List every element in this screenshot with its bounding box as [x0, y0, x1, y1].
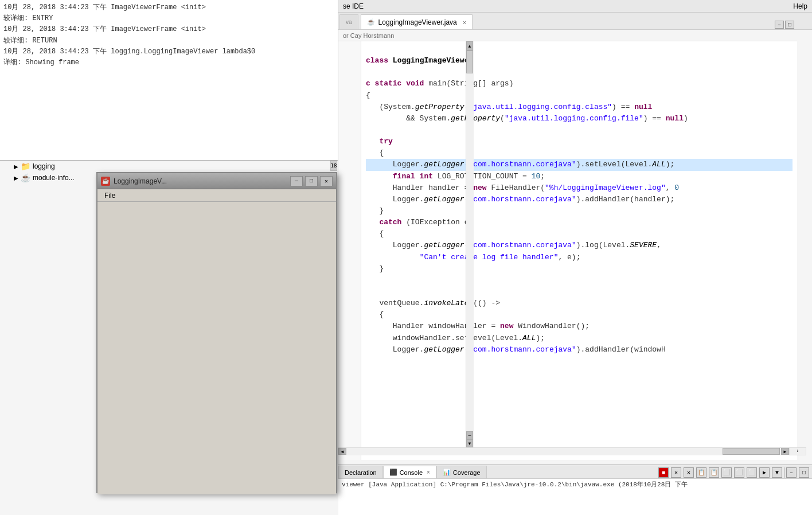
- scroll-corner: ›: [789, 447, 806, 455]
- floating-window-controls: — □ ✕: [290, 176, 333, 186]
- coverage-icon: 📊: [443, 469, 451, 476]
- console-btn-6[interactable]: ⬜: [721, 467, 732, 478]
- console-output: viewer [Java Application] C:\Program Fil…: [338, 479, 812, 503]
- scroll-thumb[interactable]: [466, 50, 473, 73]
- bottom-tab-coverage[interactable]: 📊 Coverage: [436, 466, 487, 478]
- bottom-tab-bar: Declaration ⬛ Console × 📊 Coverage ■ ✕ ✕…: [338, 465, 812, 479]
- tree-expand-icon2: ▶: [14, 175, 18, 181]
- bottom-tab-declaration[interactable]: Declaration: [338, 466, 383, 478]
- ide-title-bar: se IDE Help: [338, 0, 812, 13]
- tab-logging-image-viewer[interactable]: ☕ LoggingImageViewer.java ×: [361, 14, 473, 29]
- console-tab-label: Console: [400, 469, 423, 476]
- floating-java-window: ☕ LoggingImageV... — □ ✕ File: [96, 172, 337, 493]
- log-line-4: 较详细: RETURN: [3, 36, 334, 46]
- code-editor: class LoggingImageViewer c static void m…: [338, 41, 797, 460]
- line-numbers: [338, 41, 361, 460]
- console-icon: ⬛: [389, 469, 397, 476]
- author-text: or Cay Horstmann: [343, 32, 394, 39]
- tree-expand-icon: ▶: [14, 163, 18, 170]
- editor-tab-bar: va ☕ LoggingImageViewer.java × – □: [338, 13, 797, 30]
- tree-item-label: logging: [33, 162, 55, 170]
- tab-close-btn[interactable]: ×: [463, 19, 466, 26]
- floating-maximize-btn[interactable]: □: [305, 176, 318, 186]
- java-icon: ☕: [21, 173, 30, 182]
- console-stop-btn[interactable]: ■: [658, 467, 669, 478]
- bottom-panel: Declaration ⬛ Console × 📊 Coverage ■ ✕ ✕…: [338, 465, 812, 515]
- scroll-down-btn[interactable]: ▼: [466, 439, 473, 447]
- floating-menubar: File: [97, 189, 336, 202]
- h-scroll-thumb[interactable]: [723, 448, 780, 455]
- declaration-tab-label: Declaration: [345, 469, 377, 476]
- log-line-6: 详细: Showing frame: [3, 57, 334, 68]
- author-line: or Cay Horstmann: [338, 30, 797, 41]
- log-line-5: 10月 28, 2018 3:44:23 下午 logging.LoggingI…: [3, 46, 334, 57]
- console-text: viewer [Java Application] C:\Program Fil…: [342, 481, 688, 488]
- console-btn-5[interactable]: 📋: [709, 467, 719, 478]
- floating-title-left: ☕ LoggingImageV...: [101, 177, 167, 186]
- ide-menu-help[interactable]: Help: [793, 2, 807, 10]
- code-scrollbar-horizontal[interactable]: ◀ ▶: [338, 447, 789, 455]
- floating-minimize-btn[interactable]: —: [290, 176, 303, 186]
- scroll-right-btn[interactable]: ▶: [781, 448, 789, 455]
- console-tab-close[interactable]: ×: [427, 469, 430, 475]
- floating-close-btn[interactable]: ✕: [320, 176, 333, 186]
- console-btn-7[interactable]: ⬜: [734, 467, 744, 478]
- console-btn-8[interactable]: ⬜: [747, 467, 757, 478]
- console-btn-3[interactable]: ✕: [684, 467, 694, 478]
- floating-title-text: LoggingImageV...: [114, 177, 167, 185]
- ide-title: se IDE: [343, 2, 364, 10]
- bottom-minimize-btn[interactable]: –: [786, 467, 797, 478]
- tab-java[interactable]: va: [339, 14, 358, 29]
- tab-java-label: va: [346, 19, 352, 25]
- console-btn-9[interactable]: ▶: [759, 467, 770, 478]
- floating-menu-file[interactable]: File: [101, 190, 119, 201]
- console-btn-10[interactable]: ▼: [772, 467, 782, 478]
- console-btn-2[interactable]: ✕: [671, 467, 681, 478]
- tree-scroll-num1: 18: [330, 161, 337, 171]
- tab-maximize-btn[interactable]: □: [785, 21, 794, 29]
- log-line-2: 较详细: ENTRY: [3, 13, 334, 24]
- java-app-icon: ☕: [101, 177, 110, 186]
- floating-title-bar[interactable]: ☕ LoggingImageV... — □ ✕: [97, 173, 336, 189]
- folder-icon: 📁: [21, 162, 30, 171]
- bottom-separator: [784, 467, 784, 478]
- code-content[interactable]: class LoggingImageViewer c static void m…: [361, 41, 797, 460]
- scroll-up-btn[interactable]: ▲: [466, 41, 473, 50]
- tree-item-label2: module-info...: [33, 174, 75, 182]
- console-btn-4[interactable]: 📋: [696, 467, 706, 478]
- bottom-maximize-btn[interactable]: □: [799, 467, 809, 478]
- log-line-1: 10月 28, 2018 3:44:23 下午 ImageViewerFrame…: [3, 2, 334, 13]
- scroll-anno-marker: ─: [466, 431, 473, 439]
- bottom-tab-console[interactable]: ⬛ Console ×: [383, 466, 436, 478]
- java-file-icon: ☕: [367, 18, 375, 26]
- bottom-toolbar-right: ■ ✕ ✕ 📋 📋 ⬜ ⬜ ⬜ ▶ ▼ – □: [658, 467, 812, 478]
- tree-item-logging[interactable]: ▶ 📁 logging: [0, 161, 338, 172]
- log-line-3: 10月 28, 2018 3:44:23 下午 ImageViewerFrame…: [3, 24, 334, 35]
- code-scrollbar-vertical[interactable]: ▲ ─ ▼: [466, 41, 474, 447]
- coverage-tab-label: Coverage: [453, 469, 481, 476]
- tab-label: LoggingImageViewer.java: [378, 18, 457, 26]
- scroll-left-btn[interactable]: ◀: [338, 448, 346, 455]
- floating-content-area: [97, 202, 336, 494]
- log-panel: 10月 28, 2018 3:44:23 下午 ImageViewerFrame…: [0, 0, 338, 161]
- tab-minimize-btn[interactable]: –: [775, 21, 784, 29]
